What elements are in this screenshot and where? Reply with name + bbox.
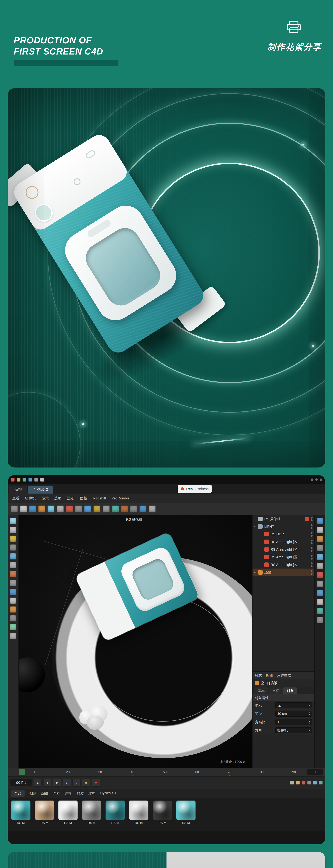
mode-icon[interactable] [10, 624, 16, 630]
object-tree-item[interactable]: RS 摄像机 [253, 515, 314, 523]
object-tree-item[interactable]: RS Area Light [区域光] [253, 561, 314, 568]
titlebar-icon[interactable] [34, 478, 38, 482]
titlebar-icon[interactable] [28, 478, 32, 482]
mode-icon[interactable] [10, 535, 16, 542]
viewport-menu-item[interactable]: 摄像机 [25, 496, 36, 501]
object-tag-icon[interactable] [305, 570, 309, 575]
object-tree-item[interactable]: ▸ 场景 [253, 568, 314, 576]
visibility-dots[interactable] [311, 517, 312, 521]
viewport-menu-item[interactable]: 过滤 [67, 496, 74, 501]
object-tag-icon[interactable] [305, 547, 309, 552]
material-menu-item[interactable]: 材质 [77, 791, 84, 796]
attribute-tab[interactable]: 基本 [254, 687, 268, 694]
frame-field[interactable]: 90 F ▴▾ [10, 779, 32, 786]
dock-icon[interactable] [317, 518, 323, 524]
toolbar-icon[interactable] [38, 505, 45, 513]
titlebar-icon[interactable] [23, 478, 26, 482]
attribute-menu-item[interactable]: 模式 [255, 673, 262, 678]
attribute-menu-item[interactable]: 编辑 [266, 673, 273, 678]
object-tree-item[interactable]: RS HDR [253, 530, 314, 538]
materials-all-tab[interactable]: 全部 [11, 790, 25, 797]
record-icon[interactable]: ● [92, 779, 100, 786]
dock-icon[interactable] [317, 608, 323, 614]
object-tag-icon[interactable] [305, 540, 309, 544]
object-tree-item[interactable]: RS Area Light [区域光] [253, 538, 314, 546]
visibility-dots[interactable] [311, 562, 312, 567]
object-tag-icon[interactable] [305, 532, 309, 536]
material-menu-item[interactable]: Cycles 4D [100, 791, 116, 796]
material-thumbnail[interactable]: RS M [58, 801, 78, 825]
rec-button[interactable]: Rec [186, 487, 193, 491]
toolbar-icon[interactable] [139, 505, 146, 513]
visibility-dots[interactable] [311, 532, 312, 536]
mode-icon[interactable] [10, 518, 16, 524]
visibility-dots[interactable] [311, 524, 312, 529]
timeline-ruler[interactable]: 102030405060708090 [8, 768, 325, 776]
refresh-button[interactable]: refresh [195, 487, 209, 491]
go-end-icon[interactable]: » [72, 779, 80, 786]
dock-icon[interactable] [317, 599, 323, 606]
mode-icon[interactable] [10, 527, 16, 533]
viewport-menu-item[interactable]: 选项 [54, 496, 62, 501]
dock-icon[interactable] [317, 554, 323, 560]
object-tree-item[interactable]: RS Area Light [区域光] [253, 553, 314, 561]
object-tag-icon[interactable] [305, 555, 309, 559]
object-tree-item[interactable]: ▾ LIFHT [253, 523, 314, 530]
spinner-icon[interactable]: ▴▾ [309, 720, 310, 724]
material-thumbnail[interactable]: RS M [176, 801, 196, 825]
toolbar-icon[interactable] [11, 505, 18, 513]
viewport-menu-item[interactable]: 面板 [80, 496, 87, 501]
mode-icon[interactable] [10, 562, 16, 568]
toolbar-icon[interactable] [84, 505, 91, 513]
dock-icon[interactable] [317, 545, 323, 551]
mode-icon[interactable] [10, 597, 16, 604]
visibility-dots[interactable] [311, 539, 312, 544]
attribute-value-field[interactable]: 无 ▾ ▴▾ [275, 702, 312, 708]
titlebar-icon[interactable] [11, 478, 14, 482]
titlebar-icon[interactable] [16, 478, 21, 482]
viewport-menu-item[interactable]: ProRender [112, 496, 129, 500]
mode-icon[interactable] [10, 633, 16, 639]
toolbar-icon[interactable] [121, 505, 128, 513]
toolbar-icon[interactable] [29, 505, 36, 513]
attribute-tab[interactable]: 对象 [284, 687, 297, 694]
play-icon[interactable]: ▶ [53, 779, 61, 786]
object-tag-icon[interactable] [305, 563, 309, 567]
dock-icon[interactable] [317, 527, 323, 533]
material-thumbnail[interactable]: RS M [34, 801, 55, 825]
material-thumbnail[interactable]: RS M [11, 801, 31, 825]
transport-extra-icon[interactable] [307, 781, 311, 784]
dropdown-arrow-icon[interactable]: ▾ [308, 704, 310, 707]
spinner-icon[interactable]: ▴▾ [25, 781, 26, 784]
object-tag-icon[interactable] [305, 517, 309, 521]
material-thumbnail[interactable]: RS M [152, 801, 172, 825]
toolbar-icon[interactable] [57, 505, 64, 513]
material-thumbnail[interactable]: RS M [105, 801, 125, 825]
transport-extra-icon[interactable] [302, 781, 305, 784]
visibility-dots[interactable] [311, 547, 312, 552]
attribute-value-field[interactable]: 摄像机 ▾ ▴▾ [275, 727, 312, 733]
object-tree-item[interactable]: RS Area Light [区域光] [253, 546, 314, 553]
toolbar-icon[interactable] [94, 505, 100, 513]
material-thumbnail[interactable]: RS M [81, 801, 102, 825]
toolbar-icon[interactable] [103, 505, 110, 513]
go-start-icon[interactable]: « [34, 779, 42, 786]
viewport-menu-item[interactable]: Redshift [93, 496, 106, 500]
toolbar-icon[interactable] [75, 505, 82, 513]
transport-extra-icon[interactable] [296, 781, 300, 784]
prev-frame-icon[interactable]: ‹ [43, 779, 51, 786]
keyframe-icon[interactable]: ◆ [82, 779, 90, 786]
mode-icon[interactable] [10, 553, 16, 559]
viewport[interactable]: RS 摄像机 网格间距 : 1000 cm [19, 515, 252, 768]
attribute-value-field[interactable]: 10 cm ▾ ▴▾ [275, 711, 312, 717]
expand-arrow-icon[interactable]: ▾ [254, 525, 258, 528]
dock-icon[interactable] [317, 590, 323, 596]
object-tag-icon[interactable] [305, 524, 309, 529]
dropdown-arrow-icon[interactable]: ▾ [308, 729, 310, 732]
mode-icon[interactable] [10, 545, 16, 551]
material-thumbnail[interactable]: RS In [129, 801, 149, 825]
transport-extra-icon[interactable] [313, 781, 317, 784]
spinner-icon[interactable]: ▴▾ [309, 712, 310, 716]
mode-icon[interactable] [10, 571, 16, 577]
viewport-menu-item[interactable]: 查看 [12, 496, 20, 501]
